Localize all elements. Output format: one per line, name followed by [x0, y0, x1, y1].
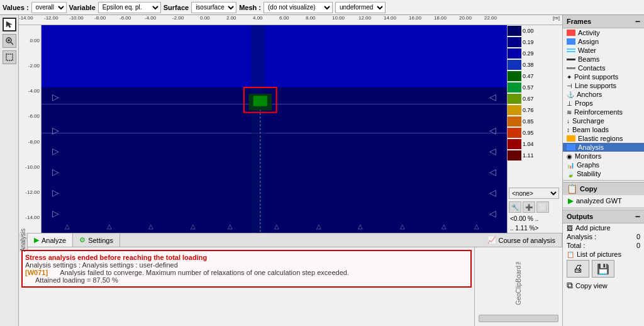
main-layout: -14.00 -12.00 -10.00 -8.00 -6.00 -4.00 -…: [0, 15, 644, 326]
anchors-icon: ⚓: [567, 91, 574, 98]
ruler-y-tick: -8.00: [19, 139, 41, 145]
add-picture-item[interactable]: 🖼 Add picture: [563, 223, 644, 232]
frames-label: Frames: [567, 18, 591, 25]
ruler-tick: 12.00: [358, 15, 371, 21]
legend-val-7: 0.76: [521, 107, 534, 113]
frame-item-beam-loads[interactable]: ↕ Beam loads: [563, 125, 644, 134]
svg-marker-0: [6, 21, 12, 28]
canvas-svg: ▷ ▷ ▷ ▷ ▷ ▷ ◁ ◁ ◁ ◁ ◁ ◁ △ △ △: [42, 25, 507, 233]
ruler-tick: -6.00: [119, 15, 131, 21]
ruler-tick: 22.00: [484, 15, 497, 21]
zoom-tool-button[interactable]: [3, 34, 16, 48]
outputs-panel: Outputs − 🖼 Add picture Analysis : 0 Tot…: [563, 210, 644, 292]
monitors-icon: ◉: [567, 153, 572, 160]
bottom-tabs: Analysis ▶ Analyze ⚙ Settings 📈 Course o…: [19, 233, 562, 247]
frame-item-stability[interactable]: 🍃 Stability: [563, 169, 644, 178]
frame-item-graphs[interactable]: 📊 Graphs: [563, 160, 644, 169]
ruler-tick: 0.00: [200, 15, 210, 21]
color-legend-panel: 0.00 0.19 0.29 0.38: [507, 25, 562, 233]
legend-val-4: 0.47: [521, 73, 534, 79]
bottom-panel: Analysis ▶ Analyze ⚙ Settings 📈 Course o…: [19, 233, 562, 326]
frame-item-contacts[interactable]: Contacts: [563, 64, 644, 72]
ruler-y: 0.00 -2.00 -4.00 -6.00 -8.00 -10.00 -12.…: [19, 25, 42, 233]
left-tools: [0, 15, 19, 326]
legend-val-1: 0.19: [521, 39, 534, 45]
water-color-icon: [567, 48, 575, 52]
frame-item-activity[interactable]: Activity: [563, 28, 644, 37]
assign-color-icon: [567, 38, 575, 45]
wrench-icon-btn[interactable]: 🔧: [509, 201, 521, 213]
add-icon-btn[interactable]: ➕: [523, 201, 535, 213]
variable-select[interactable]: Epsilon eq. pl.: [98, 2, 161, 13]
svg-rect-8: [42, 87, 507, 233]
total-count-row: Total : 0: [563, 241, 644, 250]
frame-item-beams[interactable]: Beams: [563, 55, 644, 64]
copy-title-label: Copy: [580, 185, 597, 193]
frame-item-line-supports[interactable]: ⊣ Line supports: [563, 81, 644, 90]
frame-item-elastic-regions[interactable]: Elastic regions: [563, 134, 644, 143]
image-btn-2[interactable]: 💾: [592, 260, 614, 278]
ruler-y-tick: -12.00: [19, 189, 41, 195]
add-picture-label: Add picture: [575, 224, 611, 232]
warning-text: Analysis failed to converge. Maximum num…: [60, 269, 349, 276]
ruler-tick: -10.00: [69, 15, 84, 21]
frame-item-assign[interactable]: Assign: [563, 37, 644, 46]
svg-text:△: △: [191, 223, 196, 230]
image-btn-1[interactable]: 🖨: [567, 260, 589, 278]
frame-item-surcharge[interactable]: ↓ Surcharge: [563, 116, 644, 125]
elastic-regions-color-icon: [567, 135, 575, 142]
right-sidebar: Frames − Activity Assign Water Beams: [562, 15, 644, 326]
tab-settings[interactable]: ⚙ Settings: [73, 233, 120, 247]
svg-text:▷: ▷: [52, 167, 59, 177]
activity-color-icon: [567, 30, 575, 36]
canvas-viewport[interactable]: ▷ ▷ ▷ ▷ ▷ ▷ ◁ ◁ ◁ ◁ ◁ ◁ △ △ △: [42, 25, 507, 233]
copy-btn-label: analyzed GWT: [576, 197, 622, 205]
legend-val-8: 0.85: [521, 118, 534, 125]
frame-item-props[interactable]: ⊥ Props: [563, 99, 644, 108]
tab-course-of-analysis[interactable]: 📈 Course of analysis: [481, 233, 563, 247]
divider2: [563, 208, 644, 208]
mesh-select[interactable]: (do not visualize): [264, 2, 333, 13]
copy-view-label: Copy view: [575, 282, 608, 289]
ruler-top: -14.00 -12.00 -10.00 -8.00 -6.00 -4.00 -…: [19, 15, 562, 25]
svg-text:◁: ◁: [489, 146, 496, 156]
frame-item-water[interactable]: Water: [563, 46, 644, 55]
svg-text:◁: ◁: [489, 92, 496, 102]
svg-line-2: [11, 42, 13, 45]
select-tool-button[interactable]: [3, 18, 16, 31]
center-area: -14.00 -12.00 -10.00 -8.00 -6.00 -4.00 -…: [19, 15, 562, 326]
frame-icon-btn[interactable]: ⬜: [536, 201, 549, 213]
add-picture-icon: 🖼: [567, 225, 573, 232]
horizontal-scrollbar[interactable]: [479, 315, 558, 322]
list-pictures-item[interactable]: 📋 List of pictures: [563, 250, 644, 259]
analysis-count-value: 0: [636, 233, 640, 240]
frame-item-reinforcements[interactable]: ≋ Reinforcements: [563, 108, 644, 116]
ruler-y-tick: -2.00: [19, 63, 41, 69]
deformation-select[interactable]: undeformed: [335, 2, 386, 13]
frame-item-monitors[interactable]: ◉ Monitors: [563, 152, 644, 160]
bottom-content: Stress analysis ended before reaching th…: [19, 247, 562, 326]
legend-val-3: 0.38: [521, 62, 534, 68]
analysis-vertical-label: Analysis: [19, 228, 28, 252]
copy-view-row[interactable]: ⧉ Copy view: [563, 279, 644, 292]
frame-item-point-supports[interactable]: ✦ Point supports: [563, 72, 644, 81]
frame-item-anchors[interactable]: ⚓ Anchors: [563, 90, 644, 99]
legend-val-10: 1.04: [521, 141, 534, 147]
tab-analyze[interactable]: ▶ Analyze: [28, 233, 73, 247]
surface-select[interactable]: isosurface: [191, 2, 236, 13]
attained-loading: Attained loading = 87.50 %: [35, 276, 468, 284]
stability-icon: 🍃: [567, 171, 574, 177]
values-select[interactable]: overall: [31, 2, 67, 13]
none-select[interactable]: <none>: [509, 188, 559, 199]
percent-max: .. 1.11 %>: [508, 223, 562, 233]
svg-rect-7: [42, 25, 507, 87]
select-rect-tool-button[interactable]: [3, 50, 16, 64]
top-toolbar: Values : overall Variable Epsilon eq. pl…: [0, 0, 644, 15]
geoboard-container: GeoClipBoard™: [477, 250, 560, 313]
divider: [563, 180, 644, 181]
outputs-collapse-button[interactable]: −: [635, 211, 640, 222]
frame-item-analysis[interactable]: Analysis: [563, 143, 644, 152]
frames-collapse-button[interactable]: −: [635, 16, 640, 26]
svg-text:△: △: [316, 223, 321, 230]
analyzed-gwt-button[interactable]: ▶ analyzed GWT: [563, 195, 644, 206]
